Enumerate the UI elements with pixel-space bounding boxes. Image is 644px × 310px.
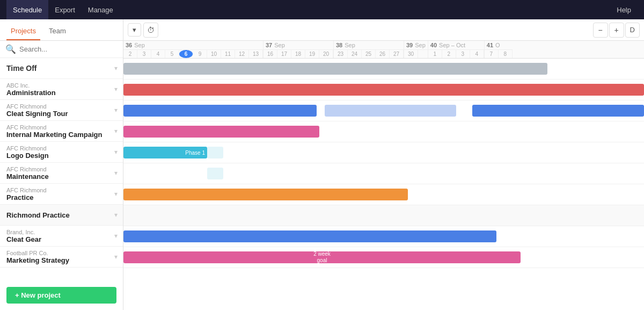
bar-afc-maintenance-light[interactable] [207, 168, 223, 179]
new-project-button[interactable]: + New project [6, 287, 116, 304]
sidebar-item-afc-cleat[interactable]: AFC Richmond Cleat Signing Tour ▾ [0, 100, 123, 121]
zoom-controls: − + D [593, 23, 640, 38]
gantt-row-afc-practice [123, 184, 644, 205]
chevron-icon-afc-maintenance: ▾ [114, 169, 118, 177]
nav-schedule[interactable]: Schedule [6, 0, 48, 19]
nav-help[interactable]: Help [610, 6, 638, 14]
chevron-icon-time-off: ▾ [114, 64, 118, 72]
day-23: 23 [334, 50, 348, 58]
filter-button[interactable]: ▾ [128, 23, 141, 37]
week-41: 41 O 7 8 [485, 41, 513, 58]
week-36: 36 Sep 2 3 4 5 6 9 10 11 12 13 [123, 41, 264, 58]
day-19: 19 [305, 50, 319, 58]
gantt-row-abc-admin [123, 80, 644, 100]
week-num-38: 38 [336, 42, 342, 48]
sidebar-item-afc-maintenance[interactable]: AFC Richmond Maintenance ▾ [0, 163, 123, 184]
month-37: Sep [274, 42, 285, 48]
day-9: 9 [193, 50, 207, 58]
gantt-toolbar: ▾ ⏱ − + D [123, 19, 644, 41]
sidebar-item-afc-logo[interactable]: AFC Richmond Logo Design ▾ [0, 142, 123, 163]
chevron-icon-afc-cleat: ▾ [114, 106, 118, 114]
gantt-row-afc-logo: Phase 1 [123, 142, 644, 163]
bar-brand-cleat[interactable] [123, 230, 496, 242]
bar-afc-logo-light[interactable] [207, 147, 223, 158]
day-24: 24 [348, 50, 362, 58]
week-39: 39 Sep 30 [404, 41, 428, 58]
sidebar-item-abc-admin[interactable]: ABC Inc. Administration ▾ [0, 79, 123, 100]
day-12: 12 [235, 50, 249, 58]
bar-afc-practice[interactable] [123, 189, 408, 200]
chevron-icon-afc-logo: ▾ [114, 148, 118, 156]
bar-afc-cleat-1[interactable] [123, 105, 317, 117]
tab-team[interactable]: Team [45, 23, 70, 40]
gantt-body: Phase 1 [123, 59, 644, 310]
week-num-40: 40 [430, 42, 437, 48]
day-10: 10 [207, 50, 221, 58]
week-38: 38 Sep 23 24 25 26 27 [334, 41, 404, 58]
chevron-icon-afc-practice: ▾ [114, 190, 118, 198]
bar-football-marketing[interactable]: 2 weekgoal [123, 251, 521, 263]
tab-projects[interactable]: Projects [6, 23, 40, 40]
week-37: 37 Sep 16 17 18 19 20 [264, 41, 334, 58]
bar-afc-internal[interactable] [123, 126, 319, 138]
month-38: Sep [345, 42, 355, 48]
sidebar-item-brand-cleat[interactable]: Brand, Inc. Cleat Gear ▾ [0, 226, 123, 247]
chevron-icon-richmond-practice: ▾ [114, 211, 118, 219]
day-3: 3 [137, 50, 151, 58]
gantt-row-afc-internal [123, 121, 644, 142]
sidebar-item-football-marketing[interactable]: Football PR Co. Marketing Strategy ▾ [0, 247, 123, 268]
bar-afc-logo[interactable]: Phase 1 [123, 147, 207, 158]
day-2: 2 [123, 50, 137, 58]
today-button[interactable]: ⏱ [143, 23, 158, 38]
sidebar: Projects Team 🔍 Time Off ▾ ABC Inc. Admi… [0, 19, 123, 310]
bar-time-off[interactable] [123, 63, 547, 75]
gantt-row-afc-cleat [123, 100, 644, 121]
bar-abc-admin[interactable] [123, 84, 644, 96]
gantt-scroll[interactable]: 36 Sep 2 3 4 5 6 9 10 11 12 13 [123, 41, 644, 310]
day-26: 26 [376, 50, 390, 58]
sidebar-rows: Time Off ▾ ABC Inc. Administration ▾ AFC… [0, 58, 123, 280]
bar-afc-cleat-3[interactable] [472, 105, 644, 117]
chevron-icon-abc-admin: ▾ [114, 85, 118, 93]
gantt-row-football-marketing: 2 weekgoal [123, 247, 644, 268]
sidebar-item-richmond-practice[interactable]: Richmond Practice ▾ [0, 205, 123, 226]
gantt-row-richmond-practice [123, 205, 644, 226]
bar-afc-cleat-2[interactable] [325, 105, 456, 117]
view-mode-button[interactable]: D [625, 23, 640, 38]
zoom-in-button[interactable]: + [609, 23, 624, 38]
sidebar-item-afc-internal[interactable]: AFC Richmond Internal Marketing Campaign… [0, 121, 123, 142]
month-39: Sep [415, 42, 426, 48]
month-36: Sep [134, 42, 145, 48]
day-20: 20 [319, 50, 333, 58]
search-input[interactable] [19, 45, 118, 53]
top-nav: Schedule Export Manage Help [0, 0, 644, 19]
day-18: 18 [291, 50, 305, 58]
week-num-39: 39 [406, 42, 413, 48]
nav-manage[interactable]: Manage [82, 0, 120, 19]
day-27: 27 [390, 50, 404, 58]
zoom-out-button[interactable]: − [593, 23, 608, 38]
day-6-today: 6 [179, 50, 193, 58]
day-17: 17 [277, 50, 291, 58]
week-num-41: 41 [487, 42, 493, 48]
gantt-row-brand-cleat [123, 226, 644, 247]
gantt-header: 36 Sep 2 3 4 5 6 9 10 11 12 13 [123, 41, 644, 59]
project-team-tabs: Projects Team [0, 19, 123, 41]
day-oct-1: 1 [428, 50, 442, 58]
day-5: 5 [165, 50, 179, 58]
search-bar: 🔍 [0, 41, 123, 58]
gantt-area: ▾ ⏱ − + D 36 Sep 2 [123, 19, 644, 310]
day-30: 30 [404, 50, 418, 58]
sidebar-item-time-off[interactable]: Time Off ▾ [0, 58, 123, 79]
chevron-icon-football-marketing: ▾ [114, 253, 118, 261]
day-oct-4: 4 [470, 50, 484, 58]
day-11: 11 [221, 50, 235, 58]
week-40: 40 Sep – Oct 1 2 3 4 [428, 41, 485, 58]
gantt-row-time-off [123, 59, 644, 80]
day-oct-8: 8 [499, 50, 513, 58]
day-oct-3: 3 [456, 50, 470, 58]
nav-export[interactable]: Export [48, 0, 82, 19]
week-num-36: 36 [126, 42, 132, 48]
sidebar-item-afc-practice[interactable]: AFC Richmond Practice ▾ [0, 184, 123, 205]
day-25: 25 [362, 50, 376, 58]
